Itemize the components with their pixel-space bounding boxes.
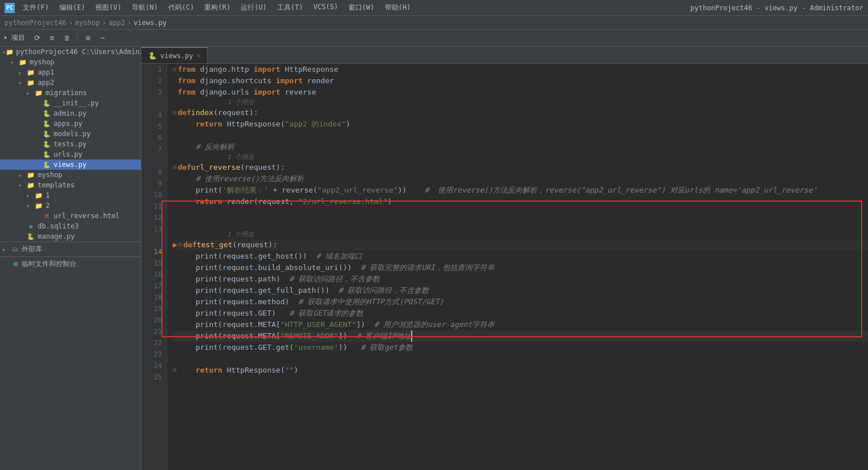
tree-label: models.py [54, 130, 91, 138]
menu-run[interactable]: 运行(U) [236, 2, 271, 14]
tree-item-urls[interactable]: 🐍 urls.py [0, 149, 141, 160]
window-title: pythonProject46 - views.py - Administrat… [691, 4, 863, 12]
tree-label: manage.py [38, 232, 75, 240]
tabs-bar: 🐍 views.py ✕ [141, 47, 868, 64]
sidebar: ▾ 📁 pythonProject46 C:\Users\Adminis ▾ 📁… [0, 47, 141, 470]
tree-item-myshop[interactable]: ▾ 📁 myshop [0, 57, 141, 67]
code-line-18: ⊟ print(request.get_full_path()) # 获取访问路… [173, 285, 868, 296]
code-line-13 [173, 219, 868, 230]
code-line-16: ⊟ print(request.build_absolute_uri()) # … [173, 262, 868, 273]
tree-label: db.sqlite3 [38, 222, 79, 230]
breadcrumb-part-2[interactable]: app2 [108, 19, 125, 27]
breadcrumb-sep-2: › [127, 19, 131, 27]
tree-label: apps.py [54, 120, 83, 128]
tree-item-folder1[interactable]: ▸ 📁 1 [0, 190, 141, 201]
tree-item-admin[interactable]: 🐍 admin.py [0, 108, 141, 118]
menu-code[interactable]: 代码(C) [164, 2, 199, 14]
code-line-4: ⊟def index(request): [173, 107, 868, 118]
code-line-9: ⊟ # 使用reverse()方法反向解析 [173, 173, 868, 185]
breadcrumb-sep-1: › [102, 19, 106, 27]
tree-item-db[interactable]: ◈ db.sqlite3 [0, 221, 141, 231]
title-bar: PC 文件(F) 编辑(E) 视图(V) 导航(N) 代码(C) 重构(R) 运… [0, 0, 868, 16]
arrow-icon: ▶ [173, 239, 177, 251]
menu-vcs[interactable]: VCS(S) [309, 2, 343, 14]
code-line-22: ⊟ print(request.META["REMOTE_ADDR"]) # 客… [173, 330, 868, 342]
tab-views-py[interactable]: 🐍 views.py ✕ [141, 47, 208, 63]
code-line-24 [173, 353, 868, 365]
tree-item-init[interactable]: 🐍 __init__.py [0, 98, 141, 108]
line-numbers: 1 2 3 · 4 5 6 7 · 8 9 10 11 12 13 · 14 [141, 64, 167, 470]
menu-file[interactable]: 文件(F) [18, 2, 54, 14]
toolbar-btn-minimize[interactable]: − [96, 32, 109, 44]
menu-window[interactable]: 窗口(W) [344, 2, 379, 14]
toolbar-btn-collapse[interactable]: ≡ [46, 32, 58, 44]
menu-refactor[interactable]: 重构(R) [200, 2, 235, 14]
tab-label: views.py [160, 52, 193, 60]
tree-item-folder2[interactable]: ▾ 📁 2 [0, 201, 141, 211]
breadcrumb: pythonProject46 › myshop › app2 › views.… [0, 16, 868, 30]
tree-label: myshop [38, 171, 62, 179]
tree-item-myshop2[interactable]: ▸ 📁 myshop [0, 170, 141, 180]
menu-view[interactable]: 视图(V) [91, 2, 126, 14]
tree-label: urls.py [54, 150, 83, 158]
toolbar: ▾ 项目 ⟳ ≡ ≣ ⚙ − [0, 30, 868, 47]
code-line-7: ⊟ # 反向解析 [173, 141, 868, 153]
code-line-6 [173, 130, 868, 141]
code-line-14: ▶⊟def test_get(request): [173, 239, 868, 251]
code-hint-2: 1 个用法 [173, 153, 868, 162]
code-line-5: ⊟ return HttpResponse("app2 的index") [173, 118, 868, 130]
tree-label: 1 [46, 191, 50, 199]
tab-icon: 🐍 [148, 52, 157, 60]
code-line-15: ⊟ print(request.get_host()) # 域名加端口 [173, 251, 868, 262]
toolbar-separator [77, 33, 78, 43]
tree-item-templates[interactable]: ▾ 📁 templates [0, 180, 141, 190]
main-layout: ▾ 📁 pythonProject46 C:\Users\Adminis ▾ 📁… [0, 47, 868, 470]
code-line-19: ⊟ print(request.method) # 获取请求中使用的HTTP方式… [173, 296, 868, 308]
tree-label: templates [38, 181, 75, 189]
tree-item-url-reverse-html[interactable]: H url_reverse.html [0, 211, 141, 221]
tree-label: 外部库 [22, 244, 42, 254]
tree-label: app1 [38, 68, 54, 76]
breadcrumb-current[interactable]: views.py [133, 19, 167, 27]
tree-label: url_reverse.html [54, 212, 120, 220]
code-line-25: ⊟ return HttpResponse("") [173, 365, 868, 376]
tree-item-app2[interactable]: ▾ 📁 app2 [0, 77, 141, 88]
code-line-21: ⊟ print(request.META["HTTP_USER_AGENT"])… [173, 319, 868, 330]
breadcrumb-sep-0: › [68, 19, 72, 27]
tree-label: pythonProject46 C:\Users\Adminis [16, 48, 141, 56]
toolbar-btn-settings[interactable]: ⚙ [82, 32, 94, 44]
tree-label: app2 [38, 79, 54, 87]
tree-label: admin.py [54, 109, 87, 117]
tree-item-migrations[interactable]: ▸ 📁 migrations [0, 88, 141, 98]
tree-item-views[interactable]: 🐍 views.py [0, 160, 141, 170]
tree-label: 2 [46, 202, 50, 210]
code-editor[interactable]: 1 2 3 · 4 5 6 7 · 8 9 10 11 12 13 · 14 [141, 64, 868, 470]
menu-edit[interactable]: 编辑(E) [55, 2, 90, 14]
breadcrumb-part-1[interactable]: myshop [75, 19, 100, 27]
tree-label: __init__.py [54, 99, 99, 107]
tree-item-temp-ctrl[interactable]: 🖥 临时文件和控制台 [0, 258, 141, 270]
code-line-23: ⊟ print(request.GET.get('username')) # 获… [173, 342, 868, 353]
tree-item-app1[interactable]: ▸ 📁 app1 [0, 67, 141, 77]
code-line-2: ⊟from django.shortcuts import render [173, 75, 868, 87]
code-line-17: ⊟ print(request.path) # 获取访问路径，不含参数 [173, 273, 868, 285]
tree-item-ext-lib[interactable]: ▸ 🗂 外部库 [0, 243, 141, 255]
toolbar-btn-sync[interactable]: ⟳ [31, 32, 43, 44]
toolbar-btn-expand[interactable]: ≣ [60, 32, 73, 44]
tab-close-btn[interactable]: ✕ [197, 52, 201, 59]
code-lines[interactable]: ⊟from django.http import HttpResponse ⊟f… [167, 64, 868, 470]
tree-label: views.py [54, 161, 87, 169]
tree-item-apps[interactable]: 🐍 apps.py [0, 118, 141, 129]
menu-tools[interactable]: 工具(T) [273, 2, 308, 14]
menu-nav[interactable]: 导航(N) [127, 2, 163, 14]
tree-item-root[interactable]: ▾ 📁 pythonProject46 C:\Users\Adminis [0, 47, 141, 57]
menu-help[interactable]: 帮助(H) [380, 2, 416, 14]
code-line-8: ⊟def url_reverse(request): [173, 162, 868, 173]
breadcrumb-part-0[interactable]: pythonProject46 [5, 19, 66, 27]
project-label[interactable]: ▾ 项目 [3, 33, 25, 43]
tree-item-manage[interactable]: 🐍 manage.py [0, 231, 141, 242]
tree-item-tests[interactable]: 🐍 tests.py [0, 139, 141, 149]
tree-item-models[interactable]: 🐍 models.py [0, 129, 141, 139]
code-line-20: ⊟ print(request.GET) # 获取GET请求的参数 [173, 308, 868, 319]
code-content: 1 2 3 · 4 5 6 7 · 8 9 10 11 12 13 · 14 [141, 64, 868, 470]
